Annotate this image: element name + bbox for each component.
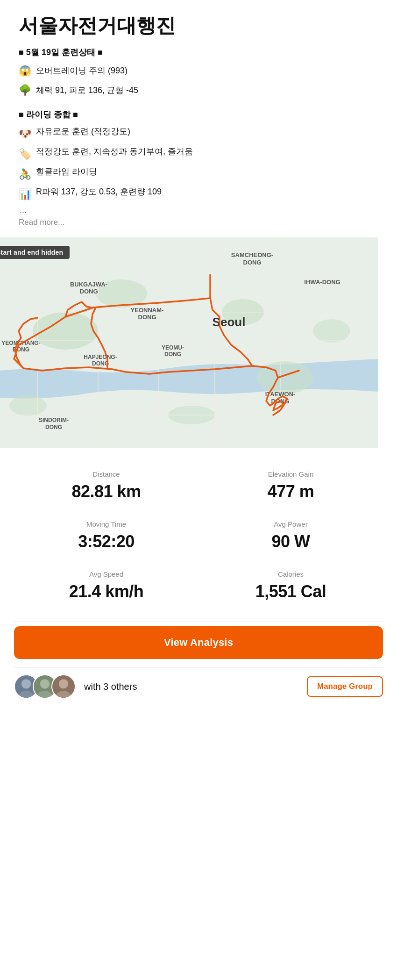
svg-text:DONG: DONG [92,360,109,367]
distance-label: Distance [19,470,194,478]
riding-emoji-4: 📊 [19,186,31,202]
svg-point-4 [257,361,313,394]
svg-text:DONG: DONG [243,259,262,266]
elevation-label: Elevation Gain [203,470,378,478]
svg-text:DONG: DONG [138,314,156,321]
svg-text:HAPJEONG-: HAPJEONG- [84,354,117,360]
elevation-value: 477 m [203,482,378,501]
read-more-link[interactable]: Read more... [19,218,378,227]
svg-point-40 [40,680,50,689]
group-row: with 3 others Manage Group [0,668,397,713]
activity-title: 서울자전거대행진 [19,15,378,36]
map-hidden-label: Start and end hidden [0,246,70,259]
ellipsis: ... [20,205,378,215]
avatar-3 [51,674,76,699]
overtraining-text: 오버트레이닝 주의 (993) [36,64,128,78]
svg-text:Seoul: Seoul [213,315,246,329]
riding-text-3: 힐클라임 라이딩 [36,165,97,179]
training-status-section: ■ 5월 19일 훈련상태 ■ 😱 오버트레이닝 주의 (993) 🌳 체력 9… [19,47,378,98]
riding-summary-header: ■ 라이딩 종합 ■ [19,109,378,120]
calories-label: Calories [203,570,378,578]
avg-power-value: 90 W [203,532,378,551]
manage-group-button[interactable]: Manage Group [307,676,383,697]
svg-text:DONG: DONG [80,288,98,295]
overtraining-line: 😱 오버트레이닝 주의 (993) [19,63,378,79]
svg-point-5 [313,319,350,343]
overtraining-emoji: 😱 [19,63,31,79]
avg-power-stat: Avg Power 90 W [198,512,383,562]
riding-line-1: 🐶 자유로운 훈련 (적정강도) [19,125,378,142]
svg-text:DONG: DONG [45,424,62,430]
riding-emoji-2: 🏷️ [19,146,31,162]
riding-emoji-1: 🐶 [19,126,31,142]
riding-text-4: R파워 137, 강도 0.53, 훈련량 109 [36,185,162,199]
riding-line-2: 🏷️ 적정강도 훈련, 지속성과 동기부여, 즐거움 [19,145,378,162]
fitness-text: 체력 91, 피로 136, 균형 -45 [36,84,138,97]
moving-time-value: 3:52:20 [19,532,194,551]
svg-point-37 [21,680,31,689]
svg-text:DONG: DONG [164,351,181,358]
svg-text:SAMCHEONG-: SAMCHEONG- [231,251,273,258]
avg-speed-label: Avg Speed [19,570,194,578]
avg-speed-value: 21.4 km/h [19,582,194,601]
moving-time-stat: Moving Time 3:52:20 [14,512,198,562]
distance-stat: Distance 82.81 km [14,462,198,512]
svg-text:YEONNAM-: YEONNAM- [131,307,164,314]
svg-point-43 [59,680,68,689]
riding-emoji-3: 🚴 [19,166,31,182]
stats-grid: Distance 82.81 km Elevation Gain 477 m M… [0,448,397,621]
calories-stat: Calories 1,551 Cal [198,562,383,612]
divider-1 [14,621,383,622]
riding-summary-section: ■ 라이딩 종합 ■ 🐶 자유로운 훈련 (적정강도) 🏷️ 적정강도 훈련, … [19,109,378,228]
route-map: SAMCHEONG- DONG IHWA-DONG BUKGAJWA- DONG… [0,237,378,448]
distance-value: 82.81 km [19,482,194,501]
svg-text:YEOMU-: YEOMU- [162,344,184,351]
elevation-stat: Elevation Gain 477 m [198,462,383,512]
view-analysis-button[interactable]: View Analysis [14,626,383,659]
riding-text-2: 적정강도 훈련, 지속성과 동기부여, 즐거움 [36,145,193,158]
group-avatars [14,674,76,699]
svg-point-6 [9,395,47,416]
riding-line-3: 🚴 힐클라임 라이딩 [19,165,378,182]
training-status-header: ■ 5월 19일 훈련상태 ■ [19,47,378,58]
svg-text:SINDORIM-: SINDORIM- [39,417,69,423]
svg-text:IHWA-DONG: IHWA-DONG [304,279,340,286]
riding-text-1: 자유로운 훈련 (적정강도) [36,125,130,138]
calories-value: 1,551 Cal [203,582,378,601]
avg-power-label: Avg Power [203,520,378,528]
fitness-line: 🌳 체력 91, 피로 136, 균형 -45 [19,82,378,98]
riding-line-4: 📊 R파워 137, 강도 0.53, 훈련량 109 [19,185,378,202]
svg-text:BUKGAJWA-: BUKGAJWA- [70,281,107,288]
fitness-emoji: 🌳 [19,82,31,98]
avg-speed-stat: Avg Speed 21.4 km/h [14,562,198,612]
with-others-text: with 3 others [84,681,307,692]
moving-time-label: Moving Time [19,520,194,528]
